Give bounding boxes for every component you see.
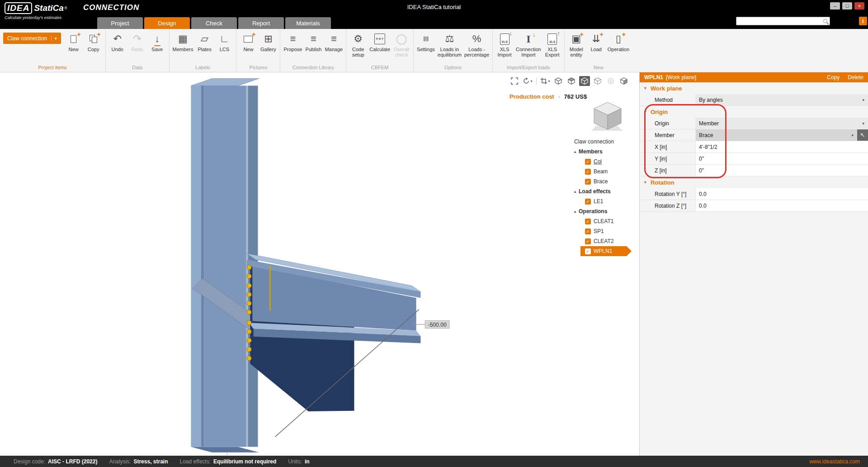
manage-button[interactable]: ≡ Manage: [324, 30, 344, 53]
info-button[interactable]: i: [859, 17, 867, 25]
search-input[interactable]: [736, 17, 830, 25]
ribbon-group-data: ↶ Undo ↷ Redo ↓ Save Data: [105, 29, 169, 72]
tree-item-cleat1[interactable]: ✓ CLEAT1: [568, 216, 638, 226]
loads-in-equilibrium-button[interactable]: ⚖ Loads in equilibrium: [437, 30, 462, 58]
tab-check[interactable]: Check: [191, 17, 237, 29]
code-setup-button[interactable]: ⚙ Code setup: [349, 30, 368, 58]
wireframe-view-icon[interactable]: [553, 76, 564, 86]
tree-group-operations[interactable]: ▴ Operations: [568, 206, 638, 216]
method-dropdown[interactable]: By angles ▾: [695, 94, 868, 105]
fit-view-icon[interactable]: [509, 76, 520, 86]
minimize-button[interactable]: –: [830, 2, 840, 10]
view-cube[interactable]: [588, 98, 627, 137]
members-labels-button[interactable]: ▦ Members: [172, 30, 194, 53]
checkbox-checked-icon[interactable]: ✓: [585, 199, 591, 205]
connection-import-button[interactable]: I↓ Connection Import: [515, 30, 542, 58]
tree-item-beam[interactable]: ✓ Beam: [568, 167, 638, 176]
model-entity-button[interactable]: ▣+ Model entity: [567, 30, 586, 58]
rotation-z-input[interactable]: 0.0: [695, 200, 868, 211]
new-load-button[interactable]: ⇊+ Load: [587, 30, 606, 53]
checkbox-checked-icon[interactable]: ✓: [585, 229, 591, 234]
logo-tagline: Calculate yesterday's estimates: [5, 15, 67, 20]
section-rotation[interactable]: ▼ Rotation: [640, 176, 868, 188]
save-button[interactable]: ↓ Save: [148, 30, 167, 53]
copy-project-item-button[interactable]: + Copy: [84, 30, 103, 53]
copy-operation-button[interactable]: Copy: [827, 74, 840, 81]
tab-project[interactable]: Project: [97, 17, 143, 29]
checkbox-checked-icon[interactable]: ✓: [585, 219, 591, 224]
section-view-icon[interactable]: ▾: [540, 76, 551, 86]
xls-export-button[interactable]: XLS↑ XLS Export: [543, 30, 562, 58]
group-label-cbfem: CBFEM: [349, 64, 411, 72]
ribbon-group-labels: ▦ Members ▱ Plates ∟ LCS Labels: [169, 29, 236, 72]
ribbon: Claw connection ▾ + New + Copy Project i…: [0, 29, 868, 72]
group-label-project-items: Project items: [2, 64, 103, 72]
new-project-item-button[interactable]: + New: [64, 30, 83, 53]
close-button[interactable]: ×: [854, 2, 864, 10]
analysis-value: Stress, strain: [133, 458, 168, 465]
gallery-button[interactable]: ⊞ Gallery: [259, 30, 278, 53]
checkbox-checked-icon[interactable]: ✓: [585, 159, 591, 165]
publish-button[interactable]: ≡ Publish: [304, 30, 323, 53]
3d-viewport[interactable]: -500.00 ▾ ▾: [0, 72, 639, 456]
tab-design[interactable]: Design: [144, 17, 190, 29]
model-cube-icon: ▣+: [568, 32, 585, 46]
new-operation-button[interactable]: ▯+ Operation: [607, 30, 630, 53]
delete-operation-button[interactable]: Delete: [848, 74, 863, 81]
tree-item-cleat2[interactable]: ✓ CLEAT2: [568, 236, 638, 246]
app-header: IDEA StatiCa ® Calculate yesterday's est…: [0, 0, 868, 29]
settings-button[interactable]: ≡ Settings: [416, 30, 436, 53]
y-input[interactable]: 0": [695, 153, 868, 164]
origin-dropdown[interactable]: Member ▾: [695, 118, 868, 129]
checkbox-checked-icon[interactable]: ✓: [585, 169, 591, 175]
lcs-labels-button[interactable]: ∟ LCS: [215, 30, 234, 53]
production-cost-value: 762 US$: [564, 93, 587, 100]
tree-item-sp1[interactable]: ✓ SP1: [568, 226, 638, 236]
expander-icon: ▴: [574, 210, 576, 214]
tree-group-members[interactable]: ▴ Members: [568, 147, 638, 157]
plates-labels-button[interactable]: ▱ Plates: [195, 30, 214, 53]
x-input[interactable]: 4'-8"1/2: [695, 141, 868, 152]
z-input[interactable]: 0": [695, 165, 868, 176]
tree-item-wpln1[interactable]: ✓ WPLN1: [580, 246, 627, 256]
transparent-view-icon[interactable]: [592, 76, 603, 86]
xls-import-button[interactable]: XLS↓ XLS Import: [495, 30, 514, 58]
production-cost-label: Production cost: [509, 93, 554, 100]
section-origin[interactable]: ▼ Origin: [640, 106, 868, 118]
maximize-button[interactable]: □: [842, 2, 852, 10]
checkbox-checked-icon[interactable]: ✓: [585, 179, 591, 185]
beam-member[interactable]: [247, 253, 420, 343]
tree-group-load-effects[interactable]: ▴ Load effects: [568, 186, 638, 196]
rotation-y-input[interactable]: 0.0: [695, 188, 868, 200]
picture-icon: +: [240, 32, 256, 46]
tree-item-le1[interactable]: ✓ LE1: [568, 196, 638, 206]
default-view-icon[interactable]: [618, 76, 629, 86]
pointer-icon: ↖: [860, 132, 865, 138]
calculate-button[interactable]: +×÷ Calculate: [368, 30, 391, 53]
tree-item-brace[interactable]: ✓ Brace: [568, 176, 638, 186]
axes-view-icon[interactable]: [605, 76, 616, 86]
propose-button[interactable]: ≡ Propose: [283, 30, 303, 53]
section-work-plane[interactable]: ▼ Work plane: [640, 82, 868, 94]
group-label-options: Options: [416, 64, 490, 72]
redo-button[interactable]: ↷ Redo: [128, 30, 147, 53]
checkbox-checked-icon[interactable]: ✓: [585, 238, 591, 244]
checkbox-checked-icon[interactable]: ✓: [585, 248, 591, 254]
solid-view-icon[interactable]: [579, 76, 590, 86]
orbit-view-icon[interactable]: ▾: [522, 76, 533, 86]
3d-scene[interactable]: -500.00: [0, 72, 639, 456]
group-label-labels: Labels: [172, 64, 234, 72]
tree-item-col[interactable]: ✓ Col: [568, 157, 638, 167]
tab-materials[interactable]: Materials: [285, 17, 331, 29]
undo-button[interactable]: ↶ Undo: [108, 30, 127, 53]
tab-report[interactable]: Report: [238, 17, 284, 29]
new-picture-button[interactable]: + New: [239, 30, 258, 53]
website-link[interactable]: www.ideastatica.com: [809, 458, 860, 465]
claw-connection-dropdown[interactable]: Claw connection ▾: [3, 33, 61, 44]
row-rotation-z: Rotation Z [°] 0.0: [640, 200, 868, 212]
overall-check-button[interactable]: ◯ Overall check: [392, 30, 411, 58]
loads-percentage-button[interactable]: % Loads - percentage: [463, 30, 490, 58]
member-dropdown[interactable]: Brace ▾: [695, 129, 857, 141]
pick-member-button[interactable]: ↖: [857, 129, 868, 141]
shaded-view-icon[interactable]: [566, 76, 577, 86]
